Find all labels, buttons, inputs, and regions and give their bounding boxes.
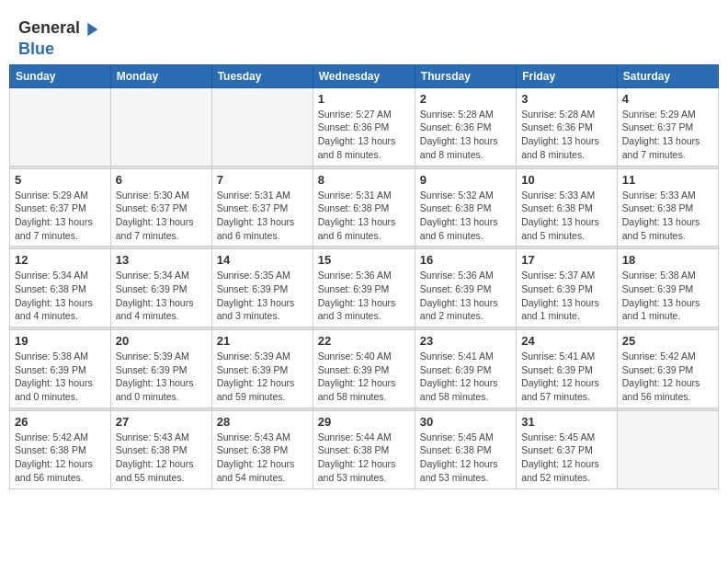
day-info: Sunrise: 5:36 AM Sunset: 6:39 PM Dayligh…: [318, 269, 410, 323]
day-number: 15: [318, 253, 410, 267]
logo-general: General: [18, 18, 80, 37]
day-number: 20: [116, 334, 207, 348]
day-number: 29: [318, 415, 410, 429]
day-info: Sunrise: 5:28 AM Sunset: 6:36 PM Dayligh…: [521, 108, 612, 162]
day-info: Sunrise: 5:35 AM Sunset: 6:39 PM Dayligh…: [217, 269, 308, 323]
day-info: Sunrise: 5:44 AM Sunset: 6:38 PM Dayligh…: [318, 431, 410, 485]
day-info: Sunrise: 5:39 AM Sunset: 6:39 PM Dayligh…: [217, 350, 308, 404]
day-info: Sunrise: 5:27 AM Sunset: 6:36 PM Dayligh…: [318, 108, 410, 162]
day-number: 27: [116, 415, 207, 429]
calendar-cell: 20Sunrise: 5:39 AM Sunset: 6:39 PM Dayli…: [110, 330, 211, 408]
day-number: 1: [318, 92, 410, 106]
day-number: 12: [15, 253, 106, 267]
calendar-cell: 14Sunrise: 5:35 AM Sunset: 6:39 PM Dayli…: [211, 249, 313, 327]
calendar-cell: 21Sunrise: 5:39 AM Sunset: 6:39 PM Dayli…: [211, 330, 313, 408]
calendar-table: SundayMondayTuesdayWednesdayThursdayFrid…: [9, 64, 719, 489]
weekday-header: Monday: [110, 64, 211, 87]
day-info: Sunrise: 5:30 AM Sunset: 6:37 PM Dayligh…: [116, 189, 207, 243]
logo: General Blue: [18, 18, 102, 59]
day-info: Sunrise: 5:38 AM Sunset: 6:39 PM Dayligh…: [622, 269, 713, 323]
day-number: 22: [318, 334, 410, 348]
day-info: Sunrise: 5:43 AM Sunset: 6:38 PM Dayligh…: [116, 431, 207, 485]
day-info: Sunrise: 5:38 AM Sunset: 6:39 PM Dayligh…: [15, 350, 106, 404]
day-info: Sunrise: 5:36 AM Sunset: 6:39 PM Dayligh…: [420, 269, 511, 323]
day-number: 16: [420, 253, 511, 267]
day-info: Sunrise: 5:34 AM Sunset: 6:38 PM Dayligh…: [15, 269, 106, 323]
day-number: 17: [521, 253, 612, 267]
day-number: 3: [521, 92, 612, 106]
calendar-cell: 25Sunrise: 5:42 AM Sunset: 6:39 PM Dayli…: [617, 330, 718, 408]
day-info: Sunrise: 5:41 AM Sunset: 6:39 PM Dayligh…: [420, 350, 511, 404]
day-info: Sunrise: 5:39 AM Sunset: 6:39 PM Dayligh…: [116, 350, 207, 404]
day-number: 7: [217, 173, 308, 187]
calendar-cell: 9Sunrise: 5:32 AM Sunset: 6:38 PM Daylig…: [415, 168, 516, 247]
calendar-cell: 2Sunrise: 5:28 AM Sunset: 6:36 PM Daylig…: [415, 87, 516, 166]
calendar-week-row: 26Sunrise: 5:42 AM Sunset: 6:38 PM Dayli…: [10, 410, 719, 488]
day-number: 28: [217, 415, 308, 429]
day-number: 11: [622, 173, 713, 187]
day-info: Sunrise: 5:34 AM Sunset: 6:39 PM Dayligh…: [116, 269, 207, 323]
calendar-cell: 31Sunrise: 5:45 AM Sunset: 6:37 PM Dayli…: [517, 410, 618, 488]
day-number: 6: [116, 173, 207, 187]
calendar-cell: 17Sunrise: 5:37 AM Sunset: 6:39 PM Dayli…: [517, 249, 618, 327]
day-number: 31: [521, 415, 612, 429]
calendar-week-row: 12Sunrise: 5:34 AM Sunset: 6:38 PM Dayli…: [10, 249, 719, 327]
calendar-cell: 22Sunrise: 5:40 AM Sunset: 6:39 PM Dayli…: [313, 330, 415, 408]
day-number: 18: [622, 253, 713, 267]
calendar-cell: [211, 87, 313, 166]
day-info: Sunrise: 5:37 AM Sunset: 6:39 PM Dayligh…: [521, 269, 612, 323]
calendar-cell: 23Sunrise: 5:41 AM Sunset: 6:39 PM Dayli…: [415, 330, 516, 408]
day-info: Sunrise: 5:31 AM Sunset: 6:38 PM Dayligh…: [318, 189, 410, 243]
calendar-cell: 28Sunrise: 5:43 AM Sunset: 6:38 PM Dayli…: [211, 410, 313, 488]
calendar-cell: 24Sunrise: 5:41 AM Sunset: 6:39 PM Dayli…: [517, 330, 618, 408]
day-info: Sunrise: 5:40 AM Sunset: 6:39 PM Dayligh…: [318, 350, 410, 404]
calendar-cell: 12Sunrise: 5:34 AM Sunset: 6:38 PM Dayli…: [10, 249, 111, 327]
weekday-header: Tuesday: [211, 64, 313, 87]
day-info: Sunrise: 5:45 AM Sunset: 6:38 PM Dayligh…: [420, 431, 511, 485]
day-number: 21: [217, 334, 308, 348]
day-number: 25: [622, 334, 713, 348]
calendar-cell: 16Sunrise: 5:36 AM Sunset: 6:39 PM Dayli…: [415, 249, 516, 327]
day-info: Sunrise: 5:42 AM Sunset: 6:38 PM Dayligh…: [15, 431, 106, 485]
calendar-cell: 18Sunrise: 5:38 AM Sunset: 6:39 PM Dayli…: [617, 249, 718, 327]
day-number: 23: [420, 334, 511, 348]
weekday-header: Friday: [517, 64, 618, 87]
day-number: 13: [116, 253, 207, 267]
calendar-cell: 26Sunrise: 5:42 AM Sunset: 6:38 PM Dayli…: [10, 410, 111, 488]
calendar-cell: 6Sunrise: 5:30 AM Sunset: 6:37 PM Daylig…: [110, 168, 211, 247]
page-header: General Blue: [9, 9, 719, 64]
day-info: Sunrise: 5:33 AM Sunset: 6:38 PM Dayligh…: [521, 189, 612, 243]
calendar-cell: 4Sunrise: 5:29 AM Sunset: 6:37 PM Daylig…: [617, 87, 718, 166]
calendar-cell: 11Sunrise: 5:33 AM Sunset: 6:38 PM Dayli…: [617, 168, 718, 247]
calendar-cell: [10, 87, 111, 166]
calendar-cell: 8Sunrise: 5:31 AM Sunset: 6:38 PM Daylig…: [313, 168, 415, 247]
day-number: 26: [15, 415, 106, 429]
day-info: Sunrise: 5:29 AM Sunset: 6:37 PM Dayligh…: [15, 189, 106, 243]
calendar-cell: [110, 87, 211, 166]
calendar-cell: 30Sunrise: 5:45 AM Sunset: 6:38 PM Dayli…: [415, 410, 516, 488]
day-number: 9: [420, 173, 511, 187]
day-info: Sunrise: 5:41 AM Sunset: 6:39 PM Dayligh…: [521, 350, 612, 404]
day-number: 24: [521, 334, 612, 348]
calendar-cell: 29Sunrise: 5:44 AM Sunset: 6:38 PM Dayli…: [313, 410, 415, 488]
day-number: 5: [15, 173, 106, 187]
day-info: Sunrise: 5:42 AM Sunset: 6:39 PM Dayligh…: [622, 350, 713, 404]
day-info: Sunrise: 5:45 AM Sunset: 6:37 PM Dayligh…: [521, 431, 612, 485]
calendar-cell: [617, 410, 718, 488]
day-info: Sunrise: 5:31 AM Sunset: 6:37 PM Dayligh…: [217, 189, 308, 243]
weekday-header: Thursday: [415, 64, 516, 87]
day-info: Sunrise: 5:33 AM Sunset: 6:38 PM Dayligh…: [622, 189, 713, 243]
calendar-week-row: 5Sunrise: 5:29 AM Sunset: 6:37 PM Daylig…: [10, 168, 719, 247]
day-number: 4: [622, 92, 713, 106]
calendar-week-row: 1Sunrise: 5:27 AM Sunset: 6:36 PM Daylig…: [10, 87, 719, 166]
weekday-header-row: SundayMondayTuesdayWednesdayThursdayFrid…: [10, 64, 719, 87]
weekday-header: Sunday: [10, 64, 111, 87]
day-number: 14: [217, 253, 308, 267]
calendar-cell: 5Sunrise: 5:29 AM Sunset: 6:37 PM Daylig…: [10, 168, 111, 247]
logo-icon: [81, 19, 101, 40]
calendar-cell: 13Sunrise: 5:34 AM Sunset: 6:39 PM Dayli…: [110, 249, 211, 327]
calendar-cell: 10Sunrise: 5:33 AM Sunset: 6:38 PM Dayli…: [517, 168, 618, 247]
day-info: Sunrise: 5:32 AM Sunset: 6:38 PM Dayligh…: [420, 189, 511, 243]
day-info: Sunrise: 5:28 AM Sunset: 6:36 PM Dayligh…: [420, 108, 511, 162]
calendar-cell: 7Sunrise: 5:31 AM Sunset: 6:37 PM Daylig…: [211, 168, 313, 247]
